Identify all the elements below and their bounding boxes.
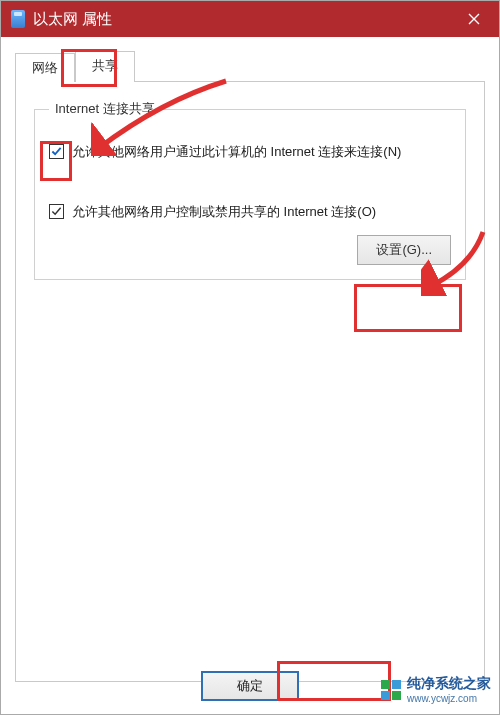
close-icon <box>468 13 480 25</box>
option-allow-connect[interactable]: 允许其他网络用户通过此计算机的 Internet 连接来连接(N) <box>49 142 451 162</box>
check-icon <box>51 146 62 157</box>
ok-button[interactable]: 确定 <box>202 672 298 700</box>
watermark: 纯净系统之家 www.ycwjz.com <box>381 675 491 704</box>
internet-sharing-group: Internet 连接共享 允许其他网络用户通过此计算机的 Internet 连… <box>34 100 466 280</box>
option-allow-control[interactable]: 允许其他网络用户控制或禁用共享的 Internet 连接(O) <box>49 202 451 222</box>
tab-sharing[interactable]: 共享 <box>75 51 135 82</box>
checkbox-allow-control[interactable] <box>49 204 64 219</box>
group-legend: Internet 连接共享 <box>49 100 161 118</box>
settings-button[interactable]: 设置(G)... <box>357 235 451 265</box>
watermark-text: 纯净系统之家 <box>407 675 491 693</box>
tab-strip: 网络 共享 <box>1 37 499 82</box>
watermark-url: www.ycwjz.com <box>407 693 491 704</box>
tab-network[interactable]: 网络 <box>15 53 75 82</box>
ethernet-icon <box>11 10 25 28</box>
label-allow-control: 允许其他网络用户控制或禁用共享的 Internet 连接(O) <box>72 202 376 222</box>
label-allow-connect: 允许其他网络用户通过此计算机的 Internet 连接来连接(N) <box>72 142 401 162</box>
check-icon <box>51 206 62 217</box>
tab-content: Internet 连接共享 允许其他网络用户通过此计算机的 Internet 连… <box>15 82 485 682</box>
checkbox-allow-connect[interactable] <box>49 144 64 159</box>
watermark-logo-icon <box>381 680 401 700</box>
close-button[interactable] <box>449 1 499 37</box>
titlebar: 以太网 属性 <box>1 1 499 37</box>
window-title: 以太网 属性 <box>33 10 112 29</box>
